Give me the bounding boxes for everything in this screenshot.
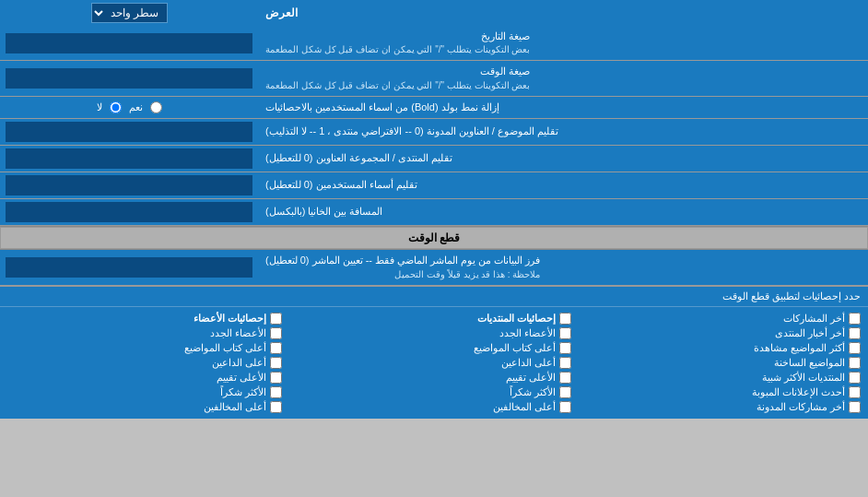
checkbox-most-thanked[interactable] bbox=[559, 386, 571, 398]
list-item: المواضيع الساخنة bbox=[586, 357, 861, 369]
list-item: أكثر المواضيع مشاهدة bbox=[586, 342, 861, 354]
filter-input[interactable]: 0 bbox=[6, 257, 252, 278]
list-item: أحدث الإعلانات المبوبة bbox=[586, 386, 861, 398]
list-item: الأكثر شكراً bbox=[7, 386, 282, 398]
list-item: الأكثر شكراً bbox=[297, 386, 571, 398]
checkbox-forum-news[interactable] bbox=[849, 327, 861, 339]
bold-yes-label: نعم bbox=[129, 101, 143, 113]
time-format-input-cell: H:i bbox=[0, 61, 258, 95]
list-item: أخر أخبار المنتدى bbox=[586, 327, 861, 339]
topics-input-cell: 33 bbox=[0, 119, 258, 145]
bold-radio-cell: نعم لا bbox=[0, 97, 258, 118]
display-label: العرض bbox=[258, 0, 868, 26]
topics-label: تقليم الموضوع / العناوين المدونة (0 -- ا… bbox=[258, 119, 868, 145]
display-select[interactable]: سطر واحد سطرين ثلاثة أسطر bbox=[91, 3, 168, 23]
forum-input[interactable]: 33 bbox=[6, 148, 252, 169]
time-format-input[interactable]: H:i bbox=[6, 68, 252, 89]
checkbox-top-inviters2[interactable] bbox=[270, 357, 282, 369]
checkbox-most-viewed[interactable] bbox=[849, 342, 861, 354]
checkbox-top-writers2[interactable] bbox=[270, 342, 282, 354]
list-item: الأعضاء الجدد bbox=[7, 327, 282, 339]
checkboxes-section: حدد إحصائيات لتطبيق قطع الوقت أخر المشار… bbox=[0, 286, 868, 419]
filter-label: فرز البيانات من يوم الماشر الماضي فقط --… bbox=[258, 250, 868, 284]
checkbox-hot-topics[interactable] bbox=[849, 357, 861, 369]
checkbox-new-members[interactable] bbox=[559, 327, 571, 339]
list-item: الأعلى تقييم bbox=[7, 372, 282, 384]
distance-label: المسافة بين الخانيا (بالبكسل) bbox=[258, 199, 868, 225]
checkbox-top-inviters[interactable] bbox=[559, 357, 571, 369]
checkbox-member-stats[interactable] bbox=[270, 313, 282, 325]
checkbox-forum-stats[interactable] bbox=[559, 313, 571, 325]
checkbox-most-similar[interactable] bbox=[849, 372, 861, 384]
list-item: المنتديات الأكثر شبية bbox=[586, 372, 861, 384]
checkbox-col-2: إحصائيات المنتديات الأعضاء الجدد أعلى كت… bbox=[289, 311, 579, 415]
time-cut-section-header: قطع الوقت bbox=[0, 227, 868, 249]
checkbox-top-rated[interactable] bbox=[559, 372, 571, 384]
distance-input-cell: 2 bbox=[0, 199, 258, 225]
list-item: أعلى كتاب المواضيع bbox=[7, 342, 282, 354]
bold-no-label: لا bbox=[97, 101, 102, 113]
list-item: الأعلى تقييم bbox=[297, 372, 571, 384]
checkbox-top-violated[interactable] bbox=[559, 401, 571, 413]
date-format-input[interactable]: d-m bbox=[6, 33, 252, 53]
time-format-label: صيغة الوقت بعض التكوينات يتطلب "/" التي … bbox=[258, 61, 868, 95]
list-item: أخر المشاركات bbox=[586, 313, 861, 325]
users-input-cell: 0 bbox=[0, 172, 258, 198]
users-input[interactable]: 0 bbox=[6, 175, 252, 195]
date-format-label: صيغة التاريخ بعض التكوينات يتطلب "/" الت… bbox=[258, 26, 868, 60]
list-item: أعلى المخالفين bbox=[297, 401, 571, 413]
list-item: أعلى الداعين bbox=[7, 357, 282, 369]
checkbox-top-violated2[interactable] bbox=[270, 401, 282, 413]
checkboxes-header: حدد إحصائيات لتطبيق قطع الوقت bbox=[0, 287, 868, 307]
topics-input[interactable]: 33 bbox=[6, 122, 252, 142]
checkbox-blog-posts[interactable] bbox=[849, 401, 861, 413]
bold-no-radio[interactable] bbox=[110, 101, 122, 113]
list-item: إحصائيات المنتديات bbox=[297, 313, 571, 325]
checkbox-classified-ads[interactable] bbox=[849, 386, 861, 398]
forum-input-cell: 33 bbox=[0, 146, 258, 172]
date-format-input-cell: d-m bbox=[0, 26, 258, 60]
list-item: أعلى كتاب المواضيع bbox=[297, 342, 571, 354]
checkbox-top-writers[interactable] bbox=[559, 342, 571, 354]
list-item: أعلى المخالفين bbox=[7, 401, 282, 413]
checkbox-col-3: إحصائيات الأعضاء الأعضاء الجدد أعلى كتاب… bbox=[0, 311, 289, 415]
list-item: الأعضاء الجدد bbox=[297, 327, 571, 339]
checkbox-top-rated2[interactable] bbox=[270, 372, 282, 384]
display-select-cell: سطر واحد سطرين ثلاثة أسطر bbox=[0, 0, 258, 26]
bold-yes-radio[interactable] bbox=[150, 101, 162, 113]
list-item: أعلى الداعين bbox=[297, 357, 571, 369]
distance-input[interactable]: 2 bbox=[6, 202, 252, 222]
checkbox-new-members2[interactable] bbox=[270, 327, 282, 339]
filter-input-cell: 0 bbox=[0, 250, 258, 284]
list-item: إحصائيات الأعضاء bbox=[7, 313, 282, 325]
checkbox-most-thanked2[interactable] bbox=[270, 386, 282, 398]
checkbox-col-1: أخر المشاركات أخر أخبار المنتدى أكثر الم… bbox=[579, 311, 868, 415]
users-label: تقليم أسماء المستخدمين (0 للتعطيل) bbox=[258, 172, 868, 198]
checkboxes-grid: أخر المشاركات أخر أخبار المنتدى أكثر الم… bbox=[0, 307, 868, 419]
forum-label: تقليم المنتدى / المجموعة العناوين (0 للت… bbox=[258, 146, 868, 172]
bold-label: إزالة نمط بولد (Bold) من اسماء المستخدمي… bbox=[258, 97, 868, 118]
list-item: أخر مشاركات المدونة bbox=[586, 401, 861, 413]
checkbox-forum-posts[interactable] bbox=[849, 313, 861, 325]
